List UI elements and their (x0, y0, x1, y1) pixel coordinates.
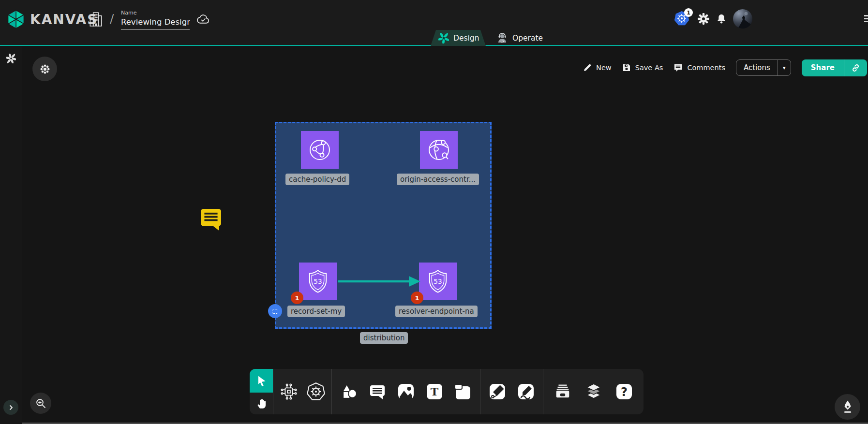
comment-bubble-icon (369, 383, 386, 400)
dashed-rect-icon (272, 309, 278, 314)
kubernetes-context-button[interactable]: 1 (673, 10, 691, 28)
actions-split-button: Actions ▾ (736, 59, 791, 76)
svg-text:T: T (430, 385, 438, 398)
pencil-icon (583, 63, 592, 72)
cloud-saved-icon (196, 13, 210, 25)
layers-tool[interactable] (583, 380, 605, 403)
actions-button[interactable]: Actions (736, 60, 778, 75)
zoom-in-button[interactable] (30, 393, 51, 414)
save-status-button[interactable] (196, 13, 210, 25)
tab-operate[interactable]: Operate (489, 30, 551, 46)
comment-bubble-icon (200, 209, 222, 231)
kanvas-logo[interactable]: KANVAS (6, 9, 98, 29)
pan-tool[interactable] (250, 393, 273, 414)
canvas-settings-button[interactable] (32, 57, 57, 81)
share-link-button[interactable] (844, 59, 867, 76)
svg-text:?: ? (621, 385, 628, 399)
image-icon (397, 383, 415, 400)
edge-tool[interactable] (486, 380, 509, 403)
pointer-tools-column (250, 369, 273, 414)
notifications-button[interactable] (716, 13, 727, 25)
frame-tool[interactable] (451, 380, 474, 403)
component-tool[interactable] (278, 380, 300, 403)
image-tool[interactable] (395, 380, 417, 403)
svg-text:53: 53 (434, 278, 442, 285)
cloudfront-origin-access-icon (425, 136, 453, 164)
node-origin-access-control[interactable] (420, 131, 458, 169)
node-cache-policy[interactable] (301, 131, 339, 169)
floppy-icon (622, 63, 631, 72)
node-record-set[interactable]: 53 (299, 263, 337, 300)
breadcrumb-separator: / (110, 12, 114, 26)
organization-button[interactable] (89, 11, 103, 28)
pen-path-icon (489, 383, 506, 400)
hand-icon (255, 397, 267, 410)
kanvas-logo-icon (6, 9, 26, 29)
avatar[interactable] (733, 9, 752, 29)
sidebar-expand-button[interactable] (3, 400, 18, 415)
draw-tool[interactable] (515, 380, 537, 403)
new-button[interactable]: New (583, 63, 612, 72)
node-count-badge: 1 (291, 292, 303, 304)
save-as-button-label: Save As (635, 64, 663, 72)
svg-text:53: 53 (314, 278, 322, 285)
select-tool[interactable] (250, 369, 273, 393)
layers-icon (584, 382, 603, 401)
group-select-handle[interactable] (268, 304, 282, 318)
actions-caret-button[interactable]: ▾ (778, 60, 791, 75)
route53-record-set-icon: 53 (304, 267, 332, 295)
misc-tools-group: ? (543, 369, 644, 414)
drawer-tool[interactable] (552, 380, 574, 403)
save-as-button[interactable]: Save As (622, 63, 663, 72)
caret-down-icon: ▾ (783, 64, 786, 71)
comment-tool[interactable] (366, 380, 389, 403)
comments-button[interactable]: Comments (673, 63, 725, 73)
menu-icon[interactable] (864, 15, 868, 24)
left-rail (0, 46, 22, 424)
design-swirl-icon (438, 33, 449, 44)
text-icon: T (426, 383, 443, 400)
shapes-tool[interactable] (338, 380, 360, 403)
share-button[interactable]: Share (802, 59, 844, 76)
operate-person-icon (496, 32, 508, 44)
help-tool[interactable]: ? (613, 380, 635, 403)
pen-tool-button[interactable] (835, 394, 860, 420)
design-name-input[interactable] (121, 16, 190, 30)
kubernetes-tool[interactable] (305, 380, 327, 403)
pencil-scribble-icon (517, 383, 535, 400)
canvas-comment-marker[interactable] (200, 209, 222, 231)
group-label[interactable]: distribution (360, 332, 408, 344)
node-label[interactable]: origin-access-contr... (397, 174, 479, 185)
cursor-icon (255, 375, 267, 387)
comments-button-label: Comments (687, 64, 725, 72)
tab-design-label: Design (453, 34, 479, 43)
node-label[interactable]: cache-policy-dd (285, 174, 349, 185)
edge-record-to-resolver[interactable] (337, 273, 423, 290)
flower-gear-icon (40, 64, 50, 74)
drawer-icon (554, 382, 572, 401)
design-actions-bar: New Save As Comments Actions ▾ (583, 58, 867, 77)
tab-operate-label: Operate (512, 34, 543, 43)
node-resolver-endpoint[interactable]: 53 (419, 263, 457, 300)
pen-nib-icon (841, 400, 854, 414)
bell-icon (716, 13, 727, 25)
tab-design[interactable]: Design (431, 30, 486, 46)
comment-icon (673, 63, 683, 73)
node-label[interactable]: resolver-endpoint-na (395, 306, 478, 317)
logo-text: KANVAS (30, 12, 98, 28)
text-tool[interactable]: T (423, 380, 446, 403)
infrastructure-tools-group (273, 369, 331, 414)
shapes-icon (340, 382, 359, 401)
node-label[interactable]: record-set-my (287, 306, 345, 317)
node-count-badge: 1 (411, 292, 423, 304)
kubernetes-context-badge: 1 (684, 8, 693, 17)
design-name-field: Name (121, 10, 190, 30)
building-icon (89, 11, 103, 28)
meshery-swirl-icon[interactable] (6, 54, 16, 63)
cloudfront-cache-policy-icon (306, 136, 334, 164)
canvas-toolbar: T (250, 369, 644, 414)
zoom-in-icon (35, 397, 46, 409)
kubernetes-helm-icon (306, 382, 326, 401)
settings-button[interactable] (697, 13, 710, 25)
gear-icon (697, 13, 710, 25)
